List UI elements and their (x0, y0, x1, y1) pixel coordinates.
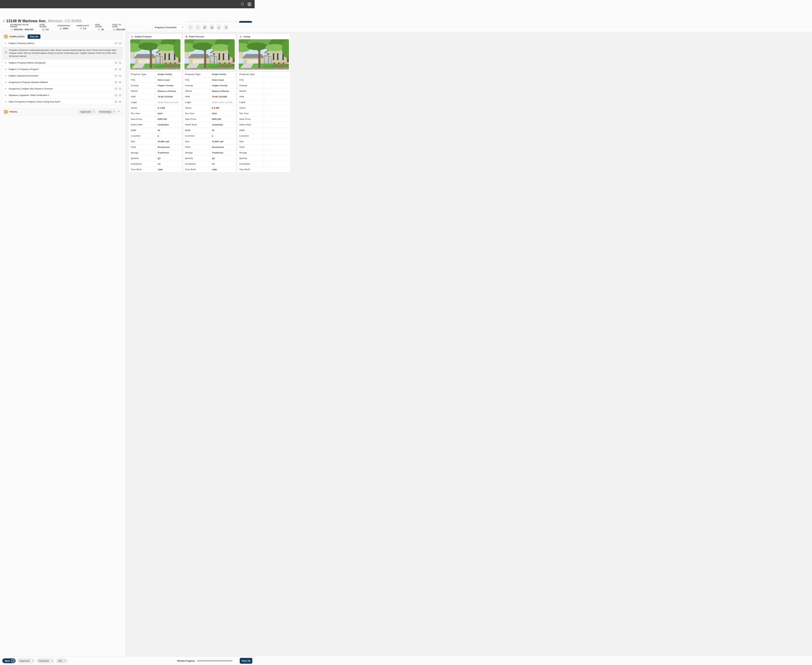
reject-x-icon[interactable] (119, 94, 121, 97)
crosscheck-select[interactable]: Property Crosscheck (153, 25, 186, 30)
stat-item: UCDP SCORE3.6 (39, 24, 51, 31)
approve-check-icon[interactable] (115, 68, 117, 70)
crosscheck-select-value: Property Crosscheck (155, 26, 177, 29)
compliance-row[interactable]: Subject | Is Property a Project? (2, 66, 123, 72)
repair-icon (113, 28, 115, 31)
chevron-down-icon[interactable] (2, 66, 8, 72)
chevron-down-icon[interactable] (2, 92, 8, 98)
approve-check-icon[interactable] (115, 94, 117, 97)
compliance-row[interactable]: Sales Comparison Analysis | Gross Living… (2, 98, 123, 105)
compliance-row[interactable]: Assignment | Subject Site Owned in Commo… (2, 85, 123, 92)
property-photo (130, 39, 180, 70)
table-row: Year Built1995 (183, 167, 236, 173)
table-row: Site10,890 sqft (129, 139, 182, 144)
approve-check-icon[interactable] (115, 61, 117, 64)
visual-title: VISUAL (9, 111, 18, 113)
review-panel: 11 COMPLIANCE Pass All Subject | Propert… (0, 32, 126, 181)
home-icon (131, 35, 133, 38)
table-row: QualityQ3 (129, 156, 182, 161)
table-row: ConditionC3 (183, 161, 236, 167)
chevron-right-button[interactable] (195, 25, 200, 30)
chevron-down-icon[interactable] (2, 79, 8, 85)
download-button[interactable] (216, 25, 221, 30)
approve-check-icon[interactable] (115, 87, 117, 90)
compliance-row-label: Subject | Property Address (8, 39, 113, 47)
chevron-down-icon[interactable] (2, 72, 8, 79)
property-fields-table: Property TypeCityCountyOwnerAPNLegalTaxe… (238, 72, 255, 172)
notifications-bell-icon[interactable] (240, 2, 244, 7)
user-profile-icon[interactable] (247, 2, 252, 7)
page-title: 13148 W Marlowe Ave. (6, 19, 46, 23)
crosscheck-card: Public Records Property TypeSingle Famil… (183, 34, 236, 181)
trending-up-icon (10, 28, 13, 31)
table-row: CityPalm Coast (129, 77, 182, 83)
reject-x-icon[interactable] (119, 74, 121, 77)
compliance-row[interactable]: Subject | Property Address (2, 39, 123, 47)
compliance-title: COMPLIANCE (9, 35, 25, 38)
table-row: Location$ (183, 133, 236, 139)
compliance-row-label: Signature | Appraiser: State Certificati… (8, 92, 113, 98)
reject-x-icon[interactable] (119, 42, 121, 45)
table-row: CityPalm Coast (183, 77, 236, 83)
property-fields-table: Property TypeSingle FamilyCityPalm Coast… (129, 72, 182, 172)
table-row: CountyFlagler County (129, 83, 182, 88)
visual-filter-revisions[interactable]: Revision(s)5 (97, 110, 116, 114)
chevron-down-icon[interactable] (2, 98, 8, 105)
seal-check-icon (42, 28, 45, 31)
table-row: Location$ (129, 133, 182, 139)
table-row: Sales Date11/20/2023 (183, 122, 236, 128)
visual-collapse-chevron-icon[interactable] (118, 110, 120, 113)
table-row: Owner (238, 88, 255, 94)
table-row: APN78-96-1223456 (129, 94, 182, 100)
table-row: APN (238, 94, 255, 100)
table-row: OwnerRebeca O’Doole (183, 88, 236, 94)
table-row: Taxes$ 3,456 (129, 105, 182, 111)
compliance-row[interactable]: Subject | Special Assessments (2, 72, 123, 79)
approve-check-icon[interactable] (115, 42, 117, 45)
visual-filter-approved[interactable]: Approved5 (79, 110, 96, 114)
reject-x-icon[interactable] (119, 100, 121, 103)
table-row: Property TypeSingle Family (129, 72, 182, 77)
chevron-left-button[interactable] (188, 25, 193, 30)
external-link-button[interactable] (223, 25, 229, 30)
stat-item: COMPLEXITY3.2 (76, 25, 89, 30)
reject-x-icon[interactable] (119, 68, 121, 70)
copy-images-button[interactable] (209, 25, 215, 30)
reject-x-icon[interactable] (119, 81, 121, 84)
reject-x-icon[interactable] (119, 87, 121, 90)
chevron-up-icon[interactable] (2, 39, 8, 47)
approve-check-icon[interactable] (115, 81, 117, 84)
compliance-row-label: Assignment | Subject Site Owned in Commo… (8, 85, 113, 92)
chevron-down-icon[interactable] (2, 85, 8, 92)
table-row: Sales Date11/20/2023 (129, 122, 182, 128)
approve-check-icon[interactable] (115, 100, 117, 103)
thumb-up-icon (59, 27, 62, 30)
compliance-row-label: Subject | Property Address Designator (8, 60, 113, 66)
reject-x-icon[interactable] (119, 61, 121, 64)
stat-item: COST TO CURE$512,000 (112, 24, 126, 31)
visual-section: 11 VISUAL Approved5Revision(s)5 (2, 108, 123, 115)
table-row: Tax Year2024 (183, 111, 236, 116)
institution-icon (185, 35, 187, 38)
card-title: Public Records (189, 35, 204, 38)
crosscheck-card: Subject Property Property TypeSingle Fam… (129, 34, 182, 181)
table-row: Site10,890 sqft (183, 139, 236, 144)
approve-check-icon[interactable] (115, 74, 117, 77)
compliance-pass-all-button[interactable]: Pass All (28, 34, 40, 39)
table-row: View (238, 144, 255, 150)
chevron-down-icon[interactable] (2, 60, 8, 66)
layout-panel-button[interactable] (202, 25, 207, 30)
shield-icon (98, 28, 100, 31)
table-row: Property TypeSingle Family (183, 72, 236, 77)
table-row: County (238, 83, 255, 88)
compliance-row[interactable]: Signature | Appraiser: State Certificati… (2, 92, 123, 98)
table-row: Location (238, 133, 255, 139)
table-row: Year Built1995 (129, 167, 182, 173)
compliance-row-label: Subject | Special Assessments (8, 72, 113, 79)
compliance-row[interactable]: Subject | Property Address Designator (2, 59, 123, 66)
compliance-row[interactable]: Assignment | Property Valuation Method (2, 79, 123, 85)
compliance-info: Phasellus fermentum malesuada phasellus … (2, 47, 123, 59)
table-row: Tax Year2024 (129, 111, 182, 116)
table-row: Sale Price$490,000 (129, 116, 182, 122)
table-row: LegalWinter Green Lot 106... (129, 100, 182, 105)
